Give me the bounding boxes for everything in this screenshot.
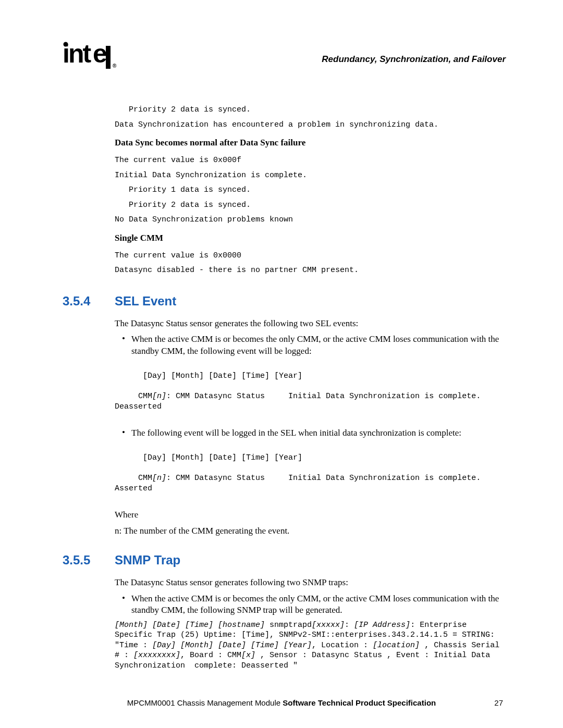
bullet-item: • When the active CMM is or becomes the … xyxy=(122,593,506,616)
code-text-italic: [location] xyxy=(373,641,420,650)
mono-line: Priority 1 data is synced. xyxy=(115,183,506,198)
code-text: : CMM Datasync Status Initial Data Synch… xyxy=(115,392,485,411)
code-text: CMM xyxy=(115,474,152,483)
section-title: SNMP Trap xyxy=(115,553,180,567)
bullet-dot-icon: • xyxy=(122,593,131,616)
page-number: 27 xyxy=(494,698,503,707)
code-text-italic: [Day] [Month] [Date] [Time] [Year] xyxy=(152,641,312,650)
code-text-italic: [n] xyxy=(152,474,166,483)
subheading: Single CMM xyxy=(115,233,506,243)
code-block: [Day] [Month] [Date] [Time] [Year] CMM[n… xyxy=(115,361,506,422)
bullet-text: When the active CMM is or becomes the on… xyxy=(131,593,506,616)
mono-line: The current value is 0x0000 xyxy=(115,249,506,264)
svg-text:®: ® xyxy=(113,63,117,69)
footer-text: MPCMM0001 Chassis Management Module xyxy=(127,698,283,707)
code-text-italic: [IP Address] xyxy=(354,621,410,630)
page-content: Priority 2 data is synced. Data Synchron… xyxy=(115,103,506,671)
code-text-italic: [xxxxx] xyxy=(312,621,345,630)
code-text: CMM xyxy=(115,392,152,401)
code-text: [Day] [Month] [Date] [Time] [Year] xyxy=(143,453,302,462)
code-text: : xyxy=(345,621,354,630)
code-text: snmptrapd xyxy=(265,621,312,630)
bullet-dot-icon: • xyxy=(122,427,131,439)
code-text: : CMM Datasync Status Initial Data Synch… xyxy=(115,474,485,493)
svg-rect-2 xyxy=(106,46,111,69)
mono-line: No Data Synchronization problems known xyxy=(115,213,506,228)
code-text-italic: [n] xyxy=(152,392,166,401)
footer-text-bold: Software Technical Product Specification xyxy=(283,698,436,707)
svg-text:e: e xyxy=(93,42,107,68)
section-heading: 3.5.5 SNMP Trap xyxy=(63,553,506,567)
bullet-item: • When the active CMM is or becomes the … xyxy=(122,334,506,356)
section-number: 3.5.5 xyxy=(63,553,115,567)
paragraph: n: The number of the CMM generating the … xyxy=(115,525,506,537)
mono-line: Data Synchronization has encountered a p… xyxy=(115,118,506,133)
section-number: 3.5.4 xyxy=(63,294,115,309)
mono-line: Initial Data Synchronization is complete… xyxy=(115,168,506,183)
code-text: [Day] [Month] [Date] [Time] [Year] xyxy=(143,372,302,380)
page-header: int e ® Redundancy, Synchronization, and… xyxy=(63,42,506,77)
code-text-italic: [x] xyxy=(241,651,255,660)
intel-logo: int e ® xyxy=(63,42,120,77)
mono-line: The current value is 0x000f xyxy=(115,153,506,168)
paragraph: The Datasync Status sensor generates fol… xyxy=(115,577,506,589)
code-text-italic: [xxxxxxxx] xyxy=(133,651,180,660)
bullet-text: The following event will be logged in th… xyxy=(131,427,461,439)
subheading: Data Sync becomes normal after Data Sync… xyxy=(115,138,506,148)
code-text: , Board : CMM xyxy=(180,651,241,660)
section-heading: 3.5.4 SEL Event xyxy=(63,294,506,309)
bullet-dot-icon: • xyxy=(122,334,131,356)
header-title: Redundancy, Synchronization, and Failove… xyxy=(322,54,506,65)
mono-line: Priority 2 data is synced. xyxy=(115,198,506,213)
section-title: SEL Event xyxy=(115,294,176,309)
mono-line: Datasync disabled - there is no partner … xyxy=(115,263,506,278)
paragraph: The Datasync Status sensor generates the… xyxy=(115,318,506,330)
mono-line: Priority 2 data is synced. xyxy=(115,103,506,118)
code-text: , Location : xyxy=(312,641,373,650)
bullet-item: • The following event will be logged in … xyxy=(122,427,506,439)
code-block: [Month] [Date] [Time] [hostname] snmptra… xyxy=(115,620,506,671)
page-footer: MPCMM0001 Chassis Management Module Soft… xyxy=(0,698,563,707)
code-text-italic: [Month] [Date] [Time] [hostname] xyxy=(115,621,265,630)
paragraph: Where xyxy=(115,509,506,521)
svg-point-3 xyxy=(64,42,68,47)
bullet-text: When the active CMM is or becomes the on… xyxy=(131,334,506,356)
code-block: [Day] [Month] [Date] [Time] [Year] CMM[n… xyxy=(115,443,506,504)
